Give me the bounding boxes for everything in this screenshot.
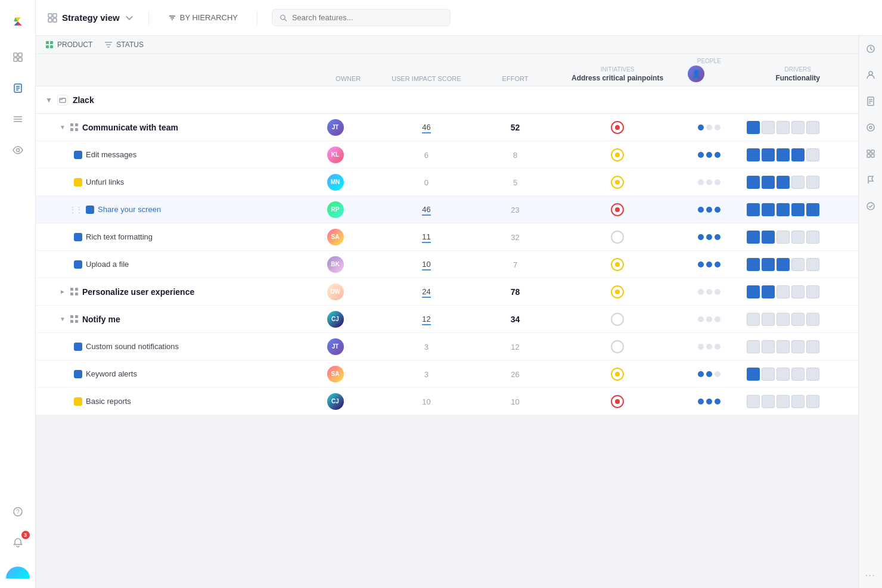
func-block-empty [791,258,805,271]
effort-cell: 34 [476,306,554,333]
feature-icon-blue [74,370,82,378]
people-dot [715,289,720,295]
func-block-filled [762,258,775,271]
svg-rect-46 [871,154,874,157]
func-block-filled [762,285,775,298]
group-name: Personalize user experience [82,287,194,297]
effort-value: 23 [511,206,519,214]
svg-rect-19 [53,14,57,17]
effort-value: 78 [511,287,520,297]
group-collapse-btn[interactable]: ▼ [60,316,66,322]
people-cell [681,223,737,251]
func-block-filled [762,231,775,244]
svg-rect-21 [53,18,57,22]
score-value: 46 [422,205,430,216]
view-title[interactable]: Strategy view [48,13,134,23]
feature-name: Keyword alerts [86,369,137,378]
name-cell: Custom sound notifications [36,333,320,360]
group-collapse-btn[interactable]: ▼ [60,124,66,130]
score-value: 10 [422,397,430,406]
table-row: Upload a fileBK107 [36,251,858,278]
func-block-empty [806,340,819,353]
grid-right-icon[interactable] [862,145,879,162]
func-block-empty [777,395,790,408]
func-block-empty [806,368,819,381]
top-divider-2 [257,11,257,25]
note-icon[interactable] [8,79,27,98]
func-block-filled [791,203,805,216]
effort-cell: 26 [476,360,554,388]
logo[interactable] [6,10,30,33]
circle-right-icon[interactable] [862,119,879,136]
people-cell [681,388,737,415]
feature-name: Custom sound notifications [86,342,179,351]
th-people-sub: PEOPLE [688,58,730,64]
more-right-icon[interactable]: ··· [862,567,879,583]
feature-icon-yellow [74,178,82,186]
effort-cell: 52 [476,114,554,141]
people-dot [698,344,704,350]
people-dot [698,125,704,130]
section-collapse-btn[interactable]: ▼ [45,96,52,104]
status-filter[interactable]: STATUS [104,41,144,49]
func-block-filled [747,231,760,244]
func-blocks [747,148,819,161]
initiative-cell [554,114,681,141]
score-cell: 46 [377,114,476,141]
search-bar[interactable] [272,9,451,26]
table-row: ▼Communicate with teamJT4652 [36,114,858,141]
drag-handle[interactable]: ⋮⋮ [69,206,82,214]
func-block-filled [762,148,775,161]
effort-cell: 7 [476,251,554,278]
svg-line-26 [284,18,287,21]
eye-icon[interactable] [8,141,27,160]
func-block-empty [777,231,790,244]
table-row: Keyword alertsSA326 [36,360,858,388]
owner-avatar: JT [327,119,344,136]
check-right-icon[interactable] [862,198,879,214]
group-name: Communicate with team [82,123,178,132]
hierarchy-filter[interactable]: BY HIERARCHY [163,11,243,24]
people-dots [698,234,720,240]
effort-value: 34 [511,315,520,324]
doc-right-icon[interactable] [862,93,879,110]
owner-cell: BK [320,251,377,278]
name-cell: Basic reports [36,388,320,415]
owner-cell: SA [320,223,377,251]
th-initiative: INITIATIVES Address critical painpoints [554,54,681,86]
flag-right-icon[interactable] [862,172,879,188]
func-block-filled [777,203,790,216]
help-icon[interactable]: ? [8,502,27,521]
view-icon [48,13,57,23]
feature-name: Edit messages [86,150,136,159]
people-dot [706,344,712,350]
filter-row: PRODUCT STATUS [36,36,858,54]
svg-rect-44 [871,150,874,153]
functionality-cell [737,333,858,360]
func-blocks [747,203,819,216]
grid-icon[interactable] [8,48,27,67]
view-title-text: Strategy view [62,13,120,23]
feature-name: Unfurl links [86,178,124,186]
user-avatar-bottom[interactable] [6,567,30,578]
initiative-cell [554,360,681,388]
func-block-filled [791,148,805,161]
functionality-cell [737,360,858,388]
people-dot [706,289,712,295]
history-right-icon[interactable] [862,41,879,57]
table-row: ▼Zlack [36,86,858,114]
menu-lines-icon[interactable] [8,110,27,129]
product-filter[interactable]: PRODUCT [45,41,92,49]
func-block-empty [806,258,819,271]
people-dots [698,152,720,158]
table-body: ▼Zlack▼Communicate with teamJT4652Edit m… [36,86,858,415]
search-input[interactable] [292,13,443,22]
group-collapse-btn[interactable]: ► [60,288,66,295]
score-value: 46 [422,123,430,133]
notification-icon[interactable]: 3 [8,533,27,552]
name-cell: Unfurl links [36,169,320,196]
user-right-icon[interactable] [862,67,879,83]
svg-rect-27 [46,41,49,44]
func-block-empty [806,176,819,189]
initiative-indicator [611,285,624,298]
